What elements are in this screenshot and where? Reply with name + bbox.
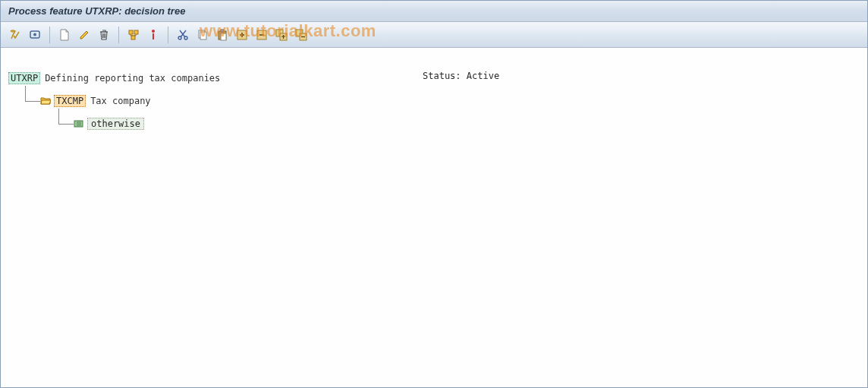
tree-child-label: Tax company — [90, 96, 150, 106]
expand-button[interactable] — [234, 27, 250, 43]
tree-child-row[interactable]: TXCMP Tax company — [19, 93, 860, 109]
svg-rect-3 — [134, 30, 138, 34]
collapse-button[interactable] — [253, 27, 270, 43]
tree-leaf-label: otherwise — [87, 118, 144, 130]
content-area: Status: Active UTXRP Defining reporting … — [1, 48, 867, 387]
toolbar-separator — [168, 27, 168, 43]
tree-root-label: Defining reporting tax companies — [45, 73, 220, 84]
tree-connector — [52, 116, 74, 131]
tree-leaf-row[interactable]: otherwise — [52, 116, 860, 131]
status-text: Status: Active — [423, 71, 499, 81]
paste-button[interactable] — [214, 27, 231, 43]
change-button[interactable] — [76, 27, 93, 43]
check-button[interactable] — [7, 27, 24, 43]
delete-button[interactable] — [96, 27, 112, 43]
svg-rect-6 — [153, 33, 154, 39]
create-button[interactable] — [56, 27, 73, 43]
status-value: Active — [467, 71, 499, 81]
toolbar: www.tutorialkart.com — [1, 22, 867, 48]
svg-rect-13 — [221, 33, 226, 40]
toolbar-separator — [49, 27, 50, 43]
svg-rect-12 — [221, 30, 224, 32]
toolbar-separator — [118, 27, 119, 43]
display-button[interactable] — [27, 27, 43, 43]
svg-rect-10 — [200, 32, 206, 39]
folder-open-icon — [40, 96, 51, 106]
tree-root-code: UTXRP — [8, 72, 40, 84]
tree-connector — [19, 93, 40, 109]
folder-closed-icon — [74, 119, 84, 128]
collapse-all-button[interactable] — [293, 27, 310, 43]
page-title: Process feature UTXRP: decision tree — [8, 5, 185, 17]
expand-all-button[interactable] — [273, 27, 290, 43]
svg-rect-4 — [131, 36, 135, 39]
title-bar: Process feature UTXRP: decision tree — [1, 1, 867, 22]
svg-rect-2 — [129, 30, 133, 34]
where-used-button[interactable] — [125, 27, 142, 43]
cut-button[interactable] — [175, 27, 191, 43]
info-button[interactable] — [145, 27, 162, 43]
svg-point-1 — [33, 33, 36, 36]
svg-point-5 — [152, 30, 155, 33]
status-label: Status: — [423, 71, 461, 81]
copy-button[interactable] — [194, 27, 211, 43]
tree-child-code: TXCMP — [54, 95, 86, 107]
